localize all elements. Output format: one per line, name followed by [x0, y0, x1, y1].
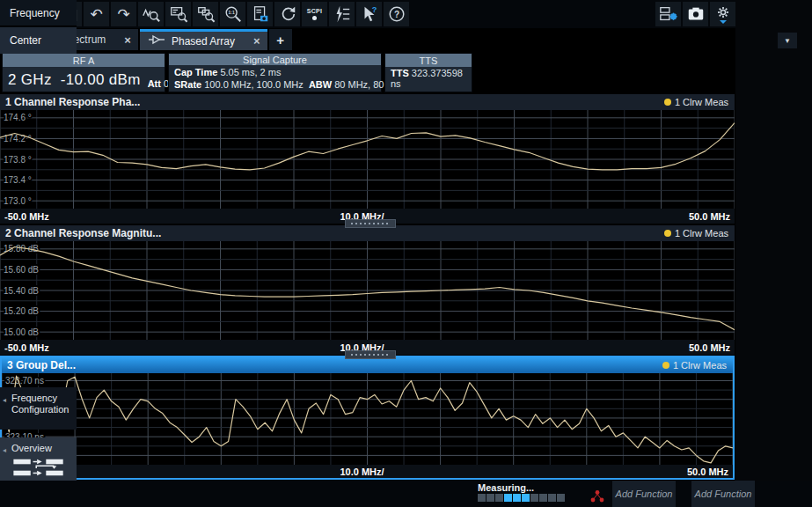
- gear-icon: [715, 5, 731, 24]
- softkey-panel-title: Frequency: [0, 0, 77, 26]
- screenshot-button[interactable]: [683, 2, 708, 26]
- trace-legend: 1 Clrw Meas: [664, 97, 728, 107]
- zoom-overview-button[interactable]: [193, 2, 218, 26]
- tts-info-box[interactable]: TTS TTS 323.373598 ns: [384, 53, 472, 92]
- softkey-panel: [735, 0, 812, 481]
- softkey-center[interactable]: Center: [0, 27, 77, 54]
- sequencer-button[interactable]: [329, 2, 355, 26]
- progress-segment: [557, 494, 565, 502]
- magnitude-chart: 15.80 dB15.60 dB15.40 dB15.20 dB15.00 dB: [0, 241, 735, 340]
- rf-frequency-level: 2 GHz -10.00 dBm: [8, 71, 141, 89]
- add-function-button[interactable]: Add Function: [612, 481, 676, 507]
- report-camera-icon: [251, 4, 270, 24]
- progress-segment: [513, 494, 521, 502]
- cap-time-row: Cap Time 5.05 ms, 2 ms: [174, 66, 376, 78]
- signal-search-icon: [142, 4, 161, 24]
- close-tab-icon[interactable]: ×: [124, 33, 131, 47]
- rf-info-box[interactable]: RF A 2 GHz -10.00 dBm Att 0 dB: [2, 53, 165, 92]
- svg-text:1:1: 1:1: [228, 10, 234, 15]
- redo-button[interactable]: ↷: [111, 2, 136, 26]
- display-configuration-icon: [658, 4, 679, 24]
- srate-abw-row: SRate 100.0 MHz, 100.0 MHz ABW 80 MHz, 8…: [174, 78, 376, 91]
- plot-area[interactable]: 174.6 °174.2 °173.8 °173.4 °173.0 °: [0, 110, 735, 209]
- trace-legend: 1 Clrw Meas: [664, 228, 728, 239]
- progress-segment: [530, 494, 538, 502]
- plot-area[interactable]: 323.70 ns323.50 ns323.30 ns323.10 ns322.…: [2, 373, 733, 465]
- scpi-recorder-button[interactable]: SCPI: [302, 2, 327, 26]
- trace-label: 1 Clrw Meas: [675, 97, 728, 107]
- window-title-bar[interactable]: 3 Group Del... 1 Clrw Meas: [2, 357, 733, 373]
- zoom-selection-icon: [169, 4, 188, 24]
- redo-icon: ↷: [117, 7, 129, 22]
- frequency-configuration-button[interactable]: ◂ Frequency Configuration: [0, 387, 77, 430]
- progress-segment: [478, 494, 486, 502]
- window-title-bar[interactable]: 1 Channel Response Pha... 1 Clrw Meas: [0, 94, 735, 110]
- svg-text:15.20 dB: 15.20 dB: [4, 306, 39, 316]
- svg-text:15.40 dB: 15.40 dB: [4, 286, 39, 296]
- zoom-overview-icon: [196, 4, 216, 24]
- sync-button[interactable]: [274, 2, 300, 26]
- channel-info-bar: RF A 2 GHz -10.00 dBm Att 0 dB Signal Ca…: [2, 53, 733, 92]
- svg-text:173.8 °: 173.8 °: [4, 155, 32, 165]
- new-channel-button[interactable]: +: [269, 29, 292, 50]
- measuring-progress-bar: [478, 494, 565, 502]
- svg-text:173.0 °: 173.0 °: [4, 196, 32, 206]
- channel-response-magnitude-window: 2 Channel Response Magnitu... 1 Clrw Mea…: [0, 225, 735, 355]
- svg-text:173.4 °: 173.4 °: [4, 175, 32, 185]
- add-function-button[interactable]: Add Function: [691, 481, 755, 507]
- settings-caret-icon: [720, 20, 727, 24]
- tts-header: TTS: [385, 54, 472, 67]
- trace-color-dot: [664, 230, 671, 237]
- main-toolbar: OS ↶ ↷ 1:1 SCPI ? ?: [0, 0, 735, 28]
- window-title: 2 Channel Response Magnitu...: [5, 227, 161, 239]
- svg-text:174.6 °: 174.6 °: [4, 113, 32, 122]
- network-error-icon: [589, 489, 605, 507]
- display-configuration-button[interactable]: [655, 2, 681, 26]
- trace-color-dot: [662, 362, 669, 369]
- tts-value-row: TTS 323.373598 ns: [391, 68, 466, 89]
- undo-button[interactable]: ↶: [84, 2, 109, 26]
- tab-overflow-button[interactable]: ▼: [778, 33, 797, 48]
- context-help-button[interactable]: ?: [356, 2, 382, 26]
- channel-response-phase-window: 1 Channel Response Pha... 1 Clrw Meas 17…: [0, 94, 735, 224]
- svg-text:?: ?: [371, 5, 377, 14]
- x-start-label: -50.0 MHz: [4, 342, 49, 353]
- x-axis-bar: -50.0 MHz 10.0 MHz/ 50.0 MHz: [2, 465, 733, 478]
- status-bar: [0, 481, 812, 507]
- report-button[interactable]: [247, 2, 273, 26]
- x-stop-label: 50.0 MHz: [687, 467, 728, 477]
- group-delay-window-selected: 3 Group Del... 1 Clrw Meas 323.70 ns323.…: [0, 356, 735, 480]
- close-tab-icon[interactable]: ×: [253, 34, 260, 48]
- window-title: 3 Group Del...: [7, 359, 76, 371]
- progress-segment: [495, 494, 503, 502]
- overview-button[interactable]: ◂ Overview: [0, 437, 77, 481]
- dock-arrow-icon: ◂: [3, 394, 6, 406]
- zoom-selection-button[interactable]: [165, 2, 191, 26]
- signal-capture-info-box[interactable]: Signal Capture Cap Time 5.05 ms, 2 ms SR…: [168, 53, 382, 92]
- plot-area[interactable]: 15.80 dB15.60 dB15.40 dB15.20 dB15.00 dB: [0, 241, 735, 340]
- rf-info-header: RF A: [3, 54, 165, 67]
- svg-text:323.70 ns: 323.70 ns: [5, 376, 44, 386]
- trace-legend: 1 Clrw Meas: [662, 360, 727, 371]
- progress-segment: [486, 494, 494, 502]
- progress-segment: [539, 494, 547, 502]
- x-scrollbar-handle[interactable]: [345, 219, 396, 228]
- svg-text:15.60 dB: 15.60 dB: [4, 265, 39, 275]
- progress-segment: [504, 494, 512, 502]
- settings-button[interactable]: [710, 2, 735, 26]
- zoom-one-to-one-icon: 1:1: [223, 4, 243, 24]
- tab-phased-array[interactable]: Phased Array ×: [140, 29, 267, 50]
- zoom-one-to-one-button[interactable]: 1:1: [220, 2, 245, 26]
- svg-text:?: ?: [393, 10, 399, 19]
- signal-capture-header: Signal Capture: [169, 54, 381, 65]
- trace-color-dot: [664, 99, 671, 106]
- overview-flow-icon: [11, 457, 66, 478]
- help-button[interactable]: ?: [384, 2, 409, 26]
- x-start-label: -50.0 MHz: [4, 211, 49, 222]
- x-axis-bar: -50.0 MHz 10.0 MHz/ 50.0 MHz: [0, 209, 735, 224]
- x-scale-label: 10.0 MHz/: [340, 467, 384, 477]
- svg-text:15.80 dB: 15.80 dB: [4, 244, 39, 254]
- x-scrollbar-handle[interactable]: [345, 350, 396, 359]
- x-stop-label: 50.0 MHz: [689, 211, 730, 222]
- signal-search-button[interactable]: [138, 2, 164, 26]
